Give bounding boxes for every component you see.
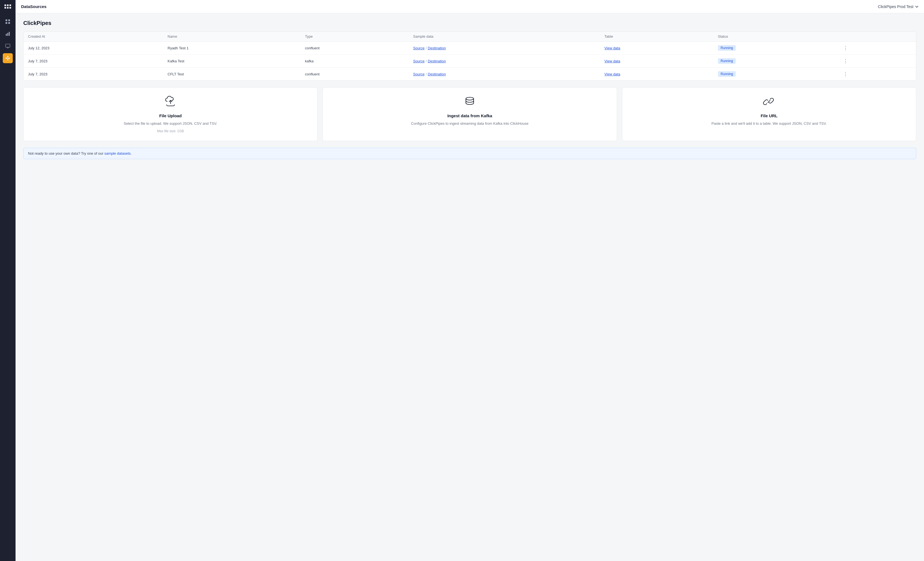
cell-menu: ⋮: [837, 55, 916, 67]
file-url-title: File URL: [760, 114, 778, 118]
row-menu-button[interactable]: ⋮: [842, 45, 850, 51]
svg-rect-6: [6, 19, 7, 21]
topbar: DataSources ClickPipes Prod Test: [15, 0, 924, 13]
link-icon: [763, 95, 775, 110]
source-link[interactable]: Source: [413, 46, 424, 50]
svg-rect-9: [8, 22, 10, 24]
svg-rect-12: [9, 32, 10, 36]
svg-point-20: [7, 59, 9, 60]
destination-link[interactable]: Destination: [428, 72, 446, 76]
svg-rect-4: [7, 7, 9, 9]
svg-point-19: [7, 56, 9, 57]
col-type: Type: [301, 31, 409, 42]
chevron-down-icon: [915, 5, 918, 8]
slash-separator: /: [426, 72, 427, 76]
info-text-after: .: [130, 151, 132, 156]
file-url-card[interactable]: File URL Paste a link and we'll add it t…: [622, 87, 916, 141]
col-sample-data: Sample data: [409, 31, 600, 42]
svg-rect-18: [7, 58, 9, 58]
sample-datasets-link[interactable]: sample datasets: [104, 151, 130, 156]
svg-rect-11: [7, 33, 8, 36]
cell-sample-data: Source / Destination: [409, 55, 600, 67]
kafka-title: Ingest data from Kafka: [447, 114, 492, 118]
table-row: July 7, 2023 Kafka Test kafka Source / D…: [24, 55, 916, 67]
cell-status: Running: [714, 42, 837, 55]
col-created-at: Created At: [24, 31, 163, 42]
status-badge: Running: [718, 71, 736, 77]
row-menu-button[interactable]: ⋮: [842, 58, 850, 64]
col-name: Name: [163, 31, 300, 42]
main-area: DataSources ClickPipes Prod Test ClickPi…: [15, 0, 924, 561]
database-icon: [464, 95, 476, 110]
page-title: ClickPipes: [23, 20, 916, 26]
svg-point-16: [6, 58, 7, 59]
svg-rect-10: [6, 34, 7, 36]
status-badge: Running: [718, 45, 736, 51]
svg-rect-8: [6, 22, 7, 24]
slash-separator: /: [426, 59, 427, 63]
info-text-before: Not ready to use your own data? Try one …: [28, 151, 104, 156]
cell-type: confluent: [301, 67, 409, 81]
col-actions: [837, 31, 916, 42]
cell-type: confluent: [301, 42, 409, 55]
cell-menu: ⋮: [837, 67, 916, 81]
cell-created-at: July 7, 2023: [24, 55, 163, 67]
source-link[interactable]: Source: [413, 72, 424, 76]
sidebar-pipes-icon[interactable]: [3, 53, 13, 63]
svg-rect-3: [4, 7, 6, 9]
app-title: DataSources: [21, 4, 46, 9]
svg-rect-7: [8, 19, 10, 21]
file-url-desc: Paste a link and we'll add it to a table…: [712, 121, 827, 126]
cell-created-at: July 7, 2023: [24, 67, 163, 81]
cell-status: Running: [714, 67, 837, 81]
cell-name: Ryadh Test 1: [163, 42, 300, 55]
svg-point-17: [9, 58, 10, 59]
svg-rect-15: [7, 47, 9, 48]
view-data-link[interactable]: View data: [604, 59, 620, 63]
table-row: July 7, 2023 CFLT Test confluent Source …: [24, 67, 916, 81]
destination-link[interactable]: Destination: [428, 59, 446, 63]
sidebar-grid-icon[interactable]: [3, 16, 13, 27]
svg-rect-13: [6, 44, 10, 47]
clickpipes-table: Created At Name Type Sample data Table S…: [23, 31, 916, 81]
cell-view-data: View data: [600, 55, 714, 67]
file-upload-desc: Select the file to upload. We support JS…: [124, 121, 217, 126]
file-upload-card[interactable]: File Upload Select the file to upload. W…: [23, 87, 318, 141]
view-data-link[interactable]: View data: [604, 46, 620, 50]
svg-rect-0: [4, 4, 6, 6]
source-link[interactable]: Source: [413, 59, 424, 63]
cell-created-at: July 12, 2023: [24, 42, 163, 55]
sidebar-monitor-icon[interactable]: [3, 41, 13, 51]
cell-type: kafka: [301, 55, 409, 67]
cell-sample-data: Source / Destination: [409, 42, 600, 55]
table-header-row: Created At Name Type Sample data Table S…: [24, 31, 916, 42]
cell-menu: ⋮: [837, 42, 916, 55]
app-logo: [3, 3, 12, 12]
cell-view-data: View data: [600, 42, 714, 55]
svg-rect-1: [7, 4, 9, 6]
sidebar-chart-icon[interactable]: [3, 29, 13, 39]
slash-separator: /: [426, 46, 427, 50]
cards-row: File Upload Select the file to upload. W…: [23, 87, 916, 141]
row-menu-button[interactable]: ⋮: [842, 71, 850, 77]
col-table: Table: [600, 31, 714, 42]
cell-sample-data: Source / Destination: [409, 67, 600, 81]
view-data-link[interactable]: View data: [604, 72, 620, 76]
env-selector[interactable]: ClickPipes Prod Test: [878, 4, 918, 9]
cell-name: CFLT Test: [163, 67, 300, 81]
destination-link[interactable]: Destination: [428, 46, 446, 50]
status-badge: Running: [718, 58, 736, 64]
cell-name: Kafka Test: [163, 55, 300, 67]
svg-rect-14: [7, 48, 8, 48]
table-row: July 12, 2023 Ryadh Test 1 confluent Sou…: [24, 42, 916, 55]
kafka-desc: Configure ClickPipes to ingest streaming…: [411, 121, 528, 126]
file-upload-sub: Max file size: 1GB: [157, 129, 184, 133]
kafka-card[interactable]: Ingest data from Kafka Configure ClickPi…: [322, 87, 617, 141]
cell-status: Running: [714, 55, 837, 67]
cell-view-data: View data: [600, 67, 714, 81]
svg-rect-5: [9, 7, 11, 9]
env-label: ClickPipes Prod Test: [878, 4, 914, 9]
content-area: ClickPipes Created At Name Type Sample d…: [15, 13, 924, 561]
upload-icon: [165, 95, 177, 110]
info-bar: Not ready to use your own data? Try one …: [23, 148, 916, 159]
